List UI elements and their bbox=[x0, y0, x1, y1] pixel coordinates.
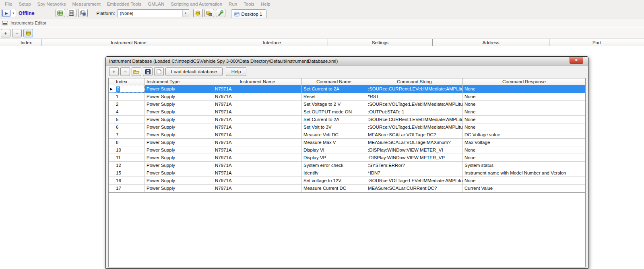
table-cell[interactable]: *IDN? bbox=[366, 169, 463, 177]
table-cell[interactable]: N7971A bbox=[213, 177, 302, 185]
table-cell[interactable]: Measure Current DC bbox=[302, 185, 366, 192]
table-row[interactable]: 5Power SupplyN7971ASet Current to 2A:SOU… bbox=[109, 116, 585, 123]
table-row[interactable]: 2Power SupplyN7971ASet Voltage to 2 V:SO… bbox=[109, 101, 585, 108]
table-cell[interactable]: 7 bbox=[114, 131, 145, 139]
table-row[interactable]: 8Power SupplyN7971AMeasure Max VMEASure:… bbox=[109, 139, 585, 146]
table-cell[interactable]: :SYSTem:ERRor? bbox=[366, 162, 463, 169]
table-cell[interactable]: Power Supply bbox=[145, 185, 213, 192]
table-cell[interactable]: Current Value bbox=[463, 185, 585, 192]
table-cell[interactable]: Power Supply bbox=[145, 101, 213, 108]
table-cell[interactable]: Power Supply bbox=[145, 139, 213, 146]
table-cell[interactable]: 2 bbox=[114, 101, 145, 108]
table-cell[interactable]: Set Volt to 3V bbox=[302, 123, 366, 131]
table-cell[interactable]: N7971A bbox=[213, 93, 302, 101]
table-row[interactable]: 17Power SupplyN7971AMeasure Current DCME… bbox=[109, 185, 585, 192]
table-cell[interactable]: :SOURce:VOLTage:LEVel:IMMediate:AMPLitu bbox=[366, 101, 463, 108]
table-cell[interactable]: :DISPlay:WINDow:VIEW METER_VI bbox=[366, 146, 463, 154]
table-cell[interactable]: N7971A bbox=[213, 123, 302, 131]
header-command-name[interactable]: Command Name bbox=[302, 78, 366, 85]
menu-embedded-tools[interactable]: Embedded Tools bbox=[104, 2, 144, 6]
table-cell[interactable]: Display VI bbox=[302, 146, 366, 154]
table-cell[interactable]: 11 bbox=[114, 154, 145, 162]
header-settings[interactable]: Settings bbox=[328, 39, 433, 46]
table-cell[interactable]: Power Supply bbox=[145, 93, 213, 101]
table-cell[interactable]: Power Supply bbox=[145, 116, 213, 123]
menu-setup[interactable]: Setup bbox=[16, 2, 34, 6]
data-grid-button[interactable] bbox=[56, 9, 65, 17]
table-cell[interactable]: MEASure:SCALar:VOLTage:DC? bbox=[366, 131, 463, 139]
table-cell[interactable]: :SOURce:CURRent:LEVel:IMMediate:AMPLitu bbox=[366, 85, 463, 93]
table-cell[interactable]: N7971A bbox=[213, 162, 302, 169]
table-cell[interactable]: 0 bbox=[114, 85, 145, 93]
dialog-titlebar[interactable]: Instrument Database (Loaded C:\IntrepidC… bbox=[106, 57, 588, 66]
table-cell[interactable]: Power Supply bbox=[145, 154, 213, 162]
table-row[interactable]: 7Power SupplyN7971AMeasure Volt DCMEASur… bbox=[109, 131, 585, 139]
load-default-database-button[interactable]: Load default database bbox=[165, 67, 223, 76]
header-command-response[interactable]: Command Response bbox=[463, 78, 585, 85]
table-cell[interactable]: DC Voltage value bbox=[463, 131, 585, 139]
table-cell[interactable]: Power Supply bbox=[145, 85, 213, 93]
table-cell[interactable]: N7971A bbox=[213, 116, 302, 123]
table-row[interactable]: 10Power SupplyN7971ADisplay VI:DISPlay:W… bbox=[109, 146, 585, 154]
table-cell[interactable]: Power Supply bbox=[145, 162, 213, 169]
table-cell[interactable]: Display VP bbox=[302, 154, 366, 162]
table-cell[interactable]: 10 bbox=[114, 146, 145, 154]
instrument-database-button[interactable] bbox=[23, 29, 33, 37]
table-cell[interactable]: 8 bbox=[114, 139, 145, 146]
header-port[interactable]: Port bbox=[549, 39, 644, 46]
help-button[interactable]: Help bbox=[226, 67, 247, 76]
header-index[interactable]: Index bbox=[114, 78, 145, 85]
table-cell[interactable]: Identify bbox=[302, 169, 366, 177]
add-button[interactable]: + bbox=[1, 29, 10, 37]
run-button[interactable]: ▶ ▼ bbox=[2, 9, 16, 17]
table-cell[interactable]: 16 bbox=[114, 177, 145, 185]
table-cell[interactable]: 17 bbox=[114, 185, 145, 192]
table-cell[interactable]: System status bbox=[463, 162, 585, 169]
table-cell[interactable]: Power Supply bbox=[145, 108, 213, 116]
open-database-button[interactable] bbox=[132, 67, 141, 76]
table-cell[interactable]: MEASure:SCALar:VOLTage:MAXimum? bbox=[366, 139, 463, 146]
table-cell[interactable]: :SOURce:VOLTage:LEVel:IMMediate:AMPLitu bbox=[366, 177, 463, 185]
menu-tools[interactable]: Tools bbox=[240, 2, 258, 6]
menu-spy-networks[interactable]: Spy Networks bbox=[34, 2, 69, 6]
save-database-button[interactable] bbox=[143, 67, 153, 76]
database-save-button[interactable] bbox=[204, 9, 214, 17]
report-button[interactable] bbox=[78, 9, 88, 17]
menu-measurement[interactable]: Measurement bbox=[69, 2, 104, 6]
header-instrument-type[interactable]: Instrument Type bbox=[145, 78, 213, 85]
table-cell[interactable]: 12 bbox=[114, 162, 145, 169]
table-cell[interactable]: None bbox=[463, 85, 585, 93]
remove-command-button[interactable]: − bbox=[120, 67, 130, 76]
table-cell[interactable]: N7971A bbox=[213, 108, 302, 116]
menu-scripting-automation[interactable]: Scripting and Automation bbox=[167, 2, 225, 6]
remove-button[interactable]: − bbox=[12, 29, 22, 37]
table-cell[interactable]: Set Voltage to 2 V bbox=[302, 101, 366, 108]
table-cell[interactable]: :SOURce:CURRent:LEVel:IMMediate:AMPLitu bbox=[366, 116, 463, 123]
table-cell[interactable]: Power Supply bbox=[145, 169, 213, 177]
table-cell[interactable]: N7971A bbox=[213, 131, 302, 139]
table-cell[interactable]: Set voltage to 12V bbox=[302, 177, 366, 185]
table-cell[interactable]: None bbox=[463, 154, 585, 162]
table-cell[interactable]: :DISPlay:WINDow:VIEW METER_VP bbox=[366, 154, 463, 162]
table-row[interactable]: 1Power SupplyN7971AReset*RSTNone bbox=[109, 93, 585, 101]
table-cell[interactable]: Power Supply bbox=[145, 123, 213, 131]
table-cell[interactable]: Reset bbox=[302, 93, 366, 101]
table-cell[interactable]: *RST bbox=[366, 93, 463, 101]
database-button[interactable] bbox=[193, 9, 203, 17]
table-cell[interactable]: 15 bbox=[114, 169, 145, 177]
table-row[interactable]: 11Power SupplyN7971ADisplay VP:DISPlay:W… bbox=[109, 154, 585, 162]
table-cell[interactable]: 5 bbox=[114, 116, 145, 123]
header-index[interactable]: Index bbox=[11, 39, 41, 46]
save-button[interactable] bbox=[67, 9, 76, 17]
table-cell[interactable]: None bbox=[463, 93, 585, 101]
table-cell[interactable]: N7971A bbox=[213, 169, 302, 177]
table-row[interactable]: 12Power SupplyN7971ASystem error check:S… bbox=[109, 162, 585, 169]
table-cell[interactable]: MEASure:SCALar:CURRent:DC? bbox=[366, 185, 463, 192]
table-cell[interactable]: System error check bbox=[302, 162, 366, 169]
table-cell[interactable]: None bbox=[463, 177, 585, 185]
table-cell[interactable]: Measure Max V bbox=[302, 139, 366, 146]
dropdown-caret-icon[interactable]: ▼ bbox=[182, 10, 189, 17]
table-cell[interactable]: Set OUTPUT mode ON bbox=[302, 108, 366, 116]
menu-file[interactable]: File bbox=[2, 2, 16, 6]
table-cell[interactable]: Instrument name with Model Number and Ve… bbox=[463, 169, 585, 177]
